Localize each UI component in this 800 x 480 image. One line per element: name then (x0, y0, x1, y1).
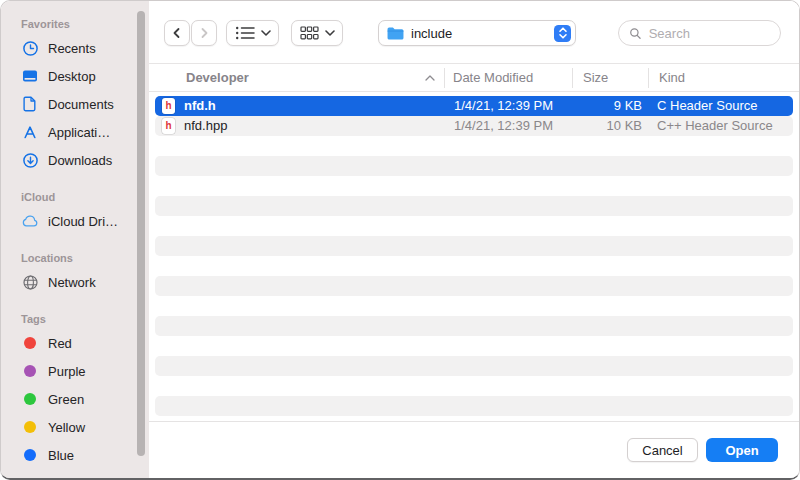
sidebar-section-icloud: iCloud (21, 190, 149, 205)
h-file-icon: h (162, 98, 175, 114)
back-button[interactable] (164, 20, 190, 46)
empty-row (155, 356, 793, 376)
sidebar-item-label: Blue (48, 448, 74, 463)
column-divider (444, 68, 445, 88)
column-header-size[interactable]: Size (583, 64, 608, 92)
empty-row (155, 156, 793, 176)
clock-icon (21, 39, 39, 57)
sidebar-item-label: Documents (48, 97, 114, 112)
cancel-button[interactable]: Cancel (627, 438, 698, 462)
column-header-name[interactable]: Developer (186, 64, 249, 92)
sidebar-item-all-tags[interactable]: All Tags (1, 469, 149, 480)
sidebar-item-icloud-drive[interactable]: iCloud Dri… (1, 207, 149, 235)
sidebar-item-label: Red (48, 336, 72, 351)
download-icon (21, 151, 39, 169)
cloud-icon (21, 212, 39, 230)
sidebar-item-label: Yellow (48, 420, 85, 435)
sidebar-item-tag-red[interactable]: Red (1, 329, 149, 357)
list-view-dropdown[interactable] (226, 20, 279, 46)
chevron-left-icon (171, 27, 183, 39)
main-panel: include Developer Date Modified Size Kin… (149, 1, 799, 478)
globe-icon (21, 273, 39, 291)
sidebar-item-label: All Tags (48, 476, 93, 480)
open-file-dialog: Favorites Recents Desktop Documents Appl… (0, 0, 800, 480)
empty-row (155, 396, 793, 416)
up-down-stepper-icon (554, 25, 571, 42)
sidebar-scrollbar[interactable] (137, 11, 145, 456)
column-header-date-modified[interactable]: Date Modified (453, 64, 533, 92)
sidebar-section-favorites: Favorites (21, 17, 149, 32)
desktop-icon (21, 67, 39, 85)
sidebar-item-tag-purple[interactable]: Purple (1, 357, 149, 385)
sidebar-section-locations: Locations (21, 251, 149, 266)
sidebar-item-tag-yellow[interactable]: Yellow (1, 413, 149, 441)
sidebar-item-label: Green (48, 392, 84, 407)
sidebar-item-documents[interactable]: Documents (1, 90, 149, 118)
empty-row (155, 336, 793, 356)
sidebar-item-applications[interactable]: Applicati… (1, 118, 149, 146)
toolbar: include (149, 1, 799, 63)
folder-icon (386, 26, 405, 41)
empty-row (155, 136, 793, 156)
search-input[interactable] (647, 25, 770, 42)
sidebar-item-tag-blue[interactable]: Blue (1, 441, 149, 469)
file-date-modified: 1/4/21, 12:39 PM (454, 96, 553, 116)
sidebar-item-desktop[interactable]: Desktop (1, 62, 149, 90)
all-tags-icon (21, 474, 39, 480)
file-kind: C Header Source (657, 96, 757, 116)
sidebar-item-downloads[interactable]: Downloads (1, 146, 149, 174)
tag-dot-purple-icon (21, 362, 39, 380)
column-divider (648, 68, 649, 88)
appstore-icon (21, 123, 39, 141)
sidebar-item-label: Downloads (48, 153, 112, 168)
file-list: h nfd.h 1/4/21, 12:39 PM 9 KB C Header S… (149, 92, 799, 421)
sidebar-item-label: iCloud Dri… (48, 214, 118, 229)
footer-divider (149, 421, 799, 422)
sidebar-item-label: Network (48, 275, 96, 290)
chevron-down-icon (261, 30, 271, 36)
column-divider (572, 68, 573, 88)
sidebar-item-label: Recents (48, 41, 96, 56)
open-button[interactable]: Open (706, 438, 778, 462)
sort-ascending-icon (425, 75, 435, 81)
location-dropdown-value: include (411, 26, 548, 41)
file-size: 9 KB (573, 96, 642, 116)
empty-row (155, 276, 793, 296)
chevron-right-icon (198, 27, 210, 39)
tag-dot-blue-icon (21, 446, 39, 464)
search-icon (629, 26, 642, 41)
icon-view-icon (300, 25, 319, 41)
location-dropdown[interactable]: include (378, 20, 576, 46)
icon-view-dropdown[interactable] (291, 20, 343, 46)
chevron-down-icon (325, 30, 335, 36)
sidebar-item-tag-green[interactable]: Green (1, 385, 149, 413)
sidebar: Favorites Recents Desktop Documents Appl… (1, 1, 149, 478)
file-row-nfd-hpp[interactable]: h nfd.hpp 1/4/21, 12:39 PM 10 KB C++ Hea… (155, 116, 793, 136)
empty-row (155, 376, 793, 396)
h-file-icon: h (162, 118, 175, 134)
sidebar-item-network[interactable]: Network (1, 268, 149, 296)
empty-row (155, 296, 793, 316)
empty-row (155, 236, 793, 256)
file-kind: C++ Header Source (657, 116, 773, 136)
empty-row (155, 316, 793, 336)
empty-row (155, 256, 793, 276)
file-name: nfd.h (184, 96, 216, 116)
file-date-modified: 1/4/21, 12:39 PM (454, 116, 553, 136)
list-view-icon (235, 25, 255, 41)
sidebar-section-tags: Tags (21, 312, 149, 327)
tag-dot-green-icon (21, 390, 39, 408)
file-size: 10 KB (573, 116, 642, 136)
sidebar-item-label: Applicati… (48, 125, 110, 140)
sidebar-item-label: Desktop (48, 69, 96, 84)
sidebar-item-recents[interactable]: Recents (1, 34, 149, 62)
column-header-kind[interactable]: Kind (659, 64, 685, 92)
empty-row (155, 196, 793, 216)
forward-button[interactable] (191, 20, 217, 46)
empty-row (155, 216, 793, 236)
sidebar-item-label: Purple (48, 364, 86, 379)
empty-row (155, 176, 793, 196)
file-row-nfd-h[interactable]: h nfd.h 1/4/21, 12:39 PM 9 KB C Header S… (155, 96, 793, 116)
search-field[interactable] (618, 20, 781, 46)
document-icon (21, 95, 39, 113)
